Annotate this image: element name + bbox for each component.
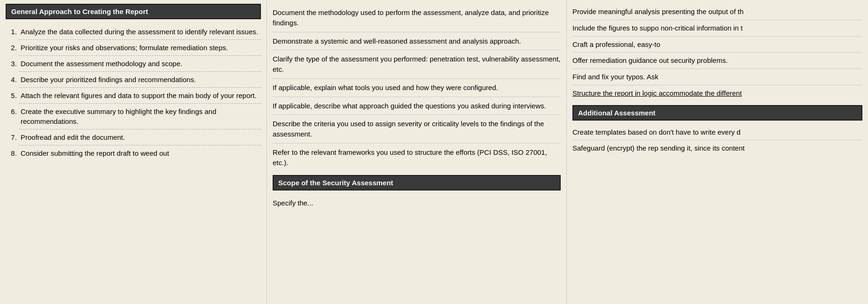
- page: General Approach to Creating the Report …: [0, 0, 868, 304]
- middle-item: Clarify the type of the assessment you p…: [273, 50, 561, 79]
- right-item: Offer remediation guidance out security …: [572, 53, 862, 69]
- middle-item: If applicable, explain what tools you us…: [273, 79, 561, 97]
- col2-subheader: Scope of the Security Assessment: [273, 175, 561, 190]
- list-item: Proofread and edit the document.: [19, 129, 261, 145]
- middle-item: Document the methodology used to perform…: [273, 4, 561, 32]
- middle-item: Specify the...: [273, 194, 561, 212]
- middle-item: Demonstrate a systemic and well-reasoned…: [273, 32, 561, 51]
- col1-list: Analyze the data collected during the as…: [6, 24, 261, 161]
- middle-item: Describe the criteria you used to assign…: [273, 115, 561, 144]
- col1: General Approach to Creating the Report …: [0, 0, 267, 304]
- right-item: Create templates based on don't have to …: [572, 124, 862, 141]
- col3-subheader: Additional Assessment: [572, 105, 862, 121]
- col2-items: Document the methodology used to perform…: [273, 4, 561, 171]
- col1-header-text: General Approach to Creating the Report: [11, 8, 148, 15]
- middle-item: If applicable, describe what approach gu…: [273, 97, 561, 115]
- middle-item: Refer to the relevant frameworks you use…: [273, 144, 561, 172]
- col2: Document the methodology used to perform…: [267, 0, 567, 304]
- list-item: Analyze the data collected during the as…: [19, 24, 261, 40]
- list-item: Document the assessment methodology and …: [19, 56, 261, 72]
- right-item: Craft a professional, easy-to: [572, 37, 862, 53]
- right-item: Safeguard (encrypt) the rep sending it, …: [572, 140, 862, 156]
- right-item: Include the figures to suppo non-critica…: [572, 20, 862, 37]
- col3-subitems: Create templates based on don't have to …: [572, 124, 862, 157]
- right-item: Provide meaningful analysis presenting t…: [572, 4, 862, 20]
- right-item: Structure the report in logic accommodat…: [572, 85, 862, 101]
- list-item: Consider submitting the report draft to …: [19, 145, 261, 161]
- list-item: Create the executive summary to highligh…: [19, 104, 261, 129]
- list-item: Prioritize your risks and observations; …: [19, 40, 261, 56]
- col1-header: General Approach to Creating the Report: [6, 4, 261, 19]
- col3: Provide meaningful analysis presenting t…: [567, 0, 868, 304]
- col3-items: Provide meaningful analysis presenting t…: [572, 4, 862, 101]
- list-item: Describe your prioritized findings and r…: [19, 72, 261, 88]
- right-item: Find and fix your typos. Ask: [572, 69, 862, 85]
- list-item: Attach the relevant figures and data to …: [19, 88, 261, 104]
